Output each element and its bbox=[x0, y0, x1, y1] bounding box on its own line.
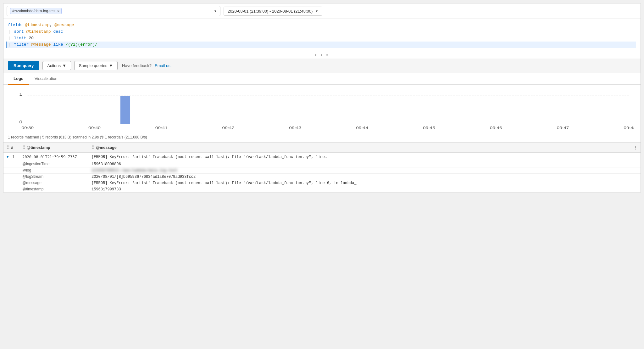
date-range-label: 2020-08-01 (21:39:00) - 2020-08-01 (21:4… bbox=[228, 9, 313, 14]
filter-field: @message bbox=[31, 42, 51, 48]
query-line-2: | sort @timestamp desc bbox=[8, 29, 636, 35]
chart-svg: 1 0 09:39 09:40 09:41 09:42 09:43 09:44 … bbox=[10, 90, 634, 131]
detail-empty bbox=[3, 174, 19, 180]
query-line-1: fields @timestamp, @message bbox=[8, 22, 636, 29]
actions-label: Actions bbox=[47, 63, 61, 68]
sample-queries-button[interactable]: Sample queries ▼ bbox=[74, 61, 118, 70]
detail-row: @log 123456789012:/aws/lambda/data-log-t… bbox=[3, 167, 641, 174]
detail-label: @ingestionTime bbox=[19, 161, 88, 167]
svg-text:09:44: 09:44 bbox=[356, 126, 369, 130]
detail-row: @ingestionTime 1596318008806 bbox=[3, 161, 641, 167]
tab-logs[interactable]: Logs bbox=[8, 73, 29, 85]
svg-text:1: 1 bbox=[19, 93, 22, 97]
log-group-name: /aws/lambda/data-log-test bbox=[12, 9, 55, 13]
detail-value: 2020/08/01/[8]b695936776834ad1a8e7079ad9… bbox=[92, 175, 196, 179]
kw-fields: fields bbox=[8, 22, 23, 29]
detail-row: @timestamp 1596317999733 bbox=[3, 186, 641, 193]
detail-val-cell: 123456789012:/aws/lambda/data-log-test bbox=[88, 167, 641, 174]
detail-val-cell: 1596318008806 bbox=[88, 161, 641, 167]
svg-text:09:39: 09:39 bbox=[21, 126, 34, 130]
detail-value: 1596318008806 bbox=[92, 162, 121, 166]
detail-val-cell: [ERROR] KeyError: 'artist' Traceback (mo… bbox=[88, 180, 641, 186]
drag-handle-ts: ⠿ bbox=[22, 145, 25, 150]
detail-label: @timestamp bbox=[19, 186, 88, 193]
sort-field: @timestamp bbox=[26, 29, 51, 35]
detail-label: @logStream bbox=[19, 174, 88, 180]
col-header-timestamp: ⠿@timestamp bbox=[19, 143, 88, 153]
actions-dropdown-icon: ▼ bbox=[62, 63, 66, 68]
kw-sort: sort bbox=[14, 29, 24, 35]
detail-row: @message [ERROR] KeyError: 'artist' Trac… bbox=[3, 180, 641, 186]
feedback-text: Have feedback? bbox=[122, 63, 152, 68]
kw-filter: filter bbox=[14, 42, 29, 48]
svg-text:0: 0 bbox=[19, 120, 22, 124]
pipe-1: | bbox=[8, 29, 13, 35]
detail-value: 1596317999733 bbox=[92, 187, 121, 192]
svg-text:09:46: 09:46 bbox=[490, 126, 502, 130]
svg-text:09:41: 09:41 bbox=[155, 126, 168, 130]
detail-val-cell: 2020/08/01/[8]b695936776834ad1a8e7079ad9… bbox=[88, 174, 641, 180]
detail-value: [ERROR] KeyError: 'artist' Traceback (mo… bbox=[92, 181, 357, 185]
sample-queries-dropdown-icon: ▼ bbox=[109, 63, 113, 68]
row-timestamp: 2020-08-01T21:39:59.733Z bbox=[19, 153, 88, 161]
detail-row: @logStream 2020/08/01/[8]b695936776834ad… bbox=[3, 174, 641, 180]
col-header-message: ⠿@message ⋮ bbox=[88, 143, 641, 153]
tabs-bar: Logs Visualization bbox=[3, 73, 641, 85]
detail-empty bbox=[3, 161, 19, 167]
at-message: @message bbox=[54, 22, 74, 29]
col-header-hash: ⠿# bbox=[3, 143, 19, 153]
detail-empty bbox=[3, 180, 19, 186]
chart-bar bbox=[120, 96, 130, 124]
detail-label: @log bbox=[19, 167, 88, 174]
drag-handle-msg: ⠿ bbox=[92, 145, 95, 150]
log-group-selector[interactable]: /aws/lambda/data-log-test × ▼ bbox=[7, 6, 220, 16]
drag-handle-hash: ⠿ bbox=[7, 145, 10, 150]
row-message: [ERROR] KeyError: 'artist' Traceback (mo… bbox=[88, 153, 641, 161]
pipe-2: | bbox=[8, 35, 13, 42]
kw-desc: desc bbox=[53, 29, 63, 35]
detail-empty bbox=[3, 167, 19, 174]
row-number: ▼ 1 bbox=[3, 153, 19, 161]
row-expand-arrow[interactable]: ▼ bbox=[7, 155, 9, 159]
actions-button[interactable]: Actions ▼ bbox=[42, 61, 71, 70]
results-table: ⠿# ⠿@timestamp ⠿@message ⋮ ▼ 1 2020-08-0… bbox=[3, 142, 641, 193]
email-us-link[interactable]: Email us. bbox=[155, 63, 171, 68]
table-row[interactable]: ▼ 1 2020-08-01T21:39:59.733Z [ERROR] Key… bbox=[3, 153, 641, 161]
query-editor[interactable]: fields @timestamp, @message | sort @time… bbox=[3, 19, 641, 51]
toolbar: Run query Actions ▼ Sample queries ▼ Hav… bbox=[3, 59, 641, 73]
stats-text: 1 records matched | 5 records (613 B) sc… bbox=[8, 135, 147, 139]
svg-text:09:43: 09:43 bbox=[289, 126, 301, 130]
top-bar: /aws/lambda/data-log-test × ▼ 2020-08-01… bbox=[3, 3, 641, 19]
log-group-dropdown-icon[interactable]: ▼ bbox=[214, 9, 217, 13]
svg-text:09:45: 09:45 bbox=[423, 126, 435, 130]
pipe-3: | bbox=[8, 42, 13, 48]
kw-like: like bbox=[53, 42, 63, 48]
run-query-button[interactable]: Run query bbox=[8, 61, 39, 70]
log-group-tag: /aws/lambda/data-log-test × bbox=[10, 8, 62, 14]
resize-handle[interactable]: • • • bbox=[3, 51, 641, 59]
regex-value: /(?i)(error)/ bbox=[66, 42, 97, 48]
detail-label: @message bbox=[19, 180, 88, 186]
at-timestamp: @timestamp bbox=[25, 22, 50, 29]
detail-value-blurred: 123456789012:/aws/lambda/data-log-test bbox=[92, 168, 178, 173]
query-line-4: | filter @message like /(?i)(error)/ bbox=[6, 42, 636, 48]
sample-queries-label: Sample queries bbox=[79, 63, 107, 68]
svg-text:09:48: 09:48 bbox=[624, 126, 634, 130]
stats-bar: 1 records matched | 5 records (613 B) sc… bbox=[3, 133, 641, 142]
close-log-group-icon[interactable]: × bbox=[57, 9, 59, 13]
date-range-selector[interactable]: 2020-08-01 (21:39:00) - 2020-08-01 (21:4… bbox=[224, 7, 322, 16]
tab-visualization[interactable]: Visualization bbox=[29, 73, 63, 85]
column-options-icon[interactable]: ⋮ bbox=[633, 145, 637, 150]
table-header-row: ⠿# ⠿@timestamp ⠿@message ⋮ bbox=[3, 143, 641, 153]
date-range-dropdown-icon: ▼ bbox=[315, 9, 318, 13]
query-line-3: | limit 20 bbox=[8, 35, 636, 42]
chart-area: 1 0 09:39 09:40 09:41 09:42 09:43 09:44 … bbox=[3, 85, 641, 133]
detail-val-cell: 1596317999733 bbox=[88, 186, 641, 193]
svg-text:09:40: 09:40 bbox=[88, 126, 101, 130]
detail-empty bbox=[3, 186, 19, 193]
svg-text:09:42: 09:42 bbox=[222, 126, 235, 130]
svg-text:09:47: 09:47 bbox=[557, 126, 569, 130]
kw-limit: limit bbox=[14, 35, 26, 42]
